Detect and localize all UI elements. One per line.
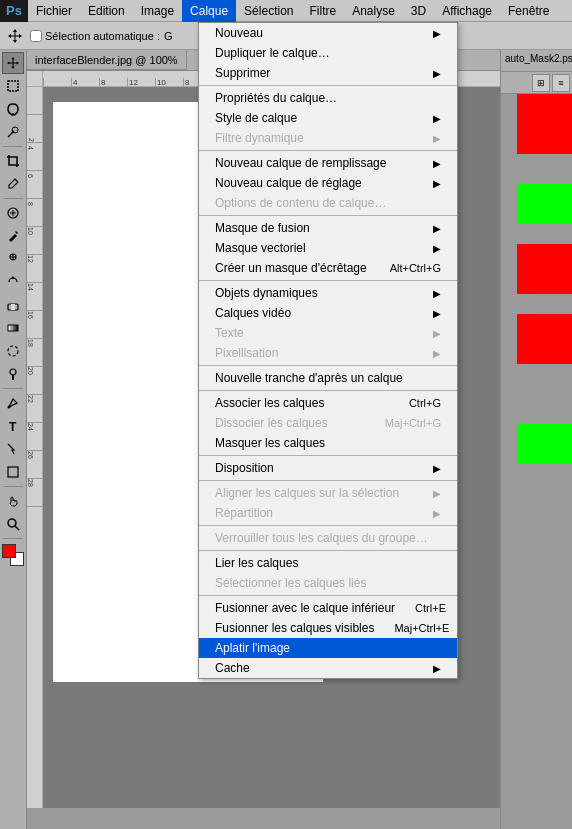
- tool-lasso[interactable]: [2, 98, 24, 120]
- sep-5: [199, 365, 457, 366]
- svg-line-3: [13, 184, 16, 187]
- menu-objets-dyn[interactable]: Objets dynamiques ▶: [199, 283, 457, 303]
- ps-logo: Ps: [0, 0, 28, 22]
- tool-marquee[interactable]: [2, 75, 24, 97]
- svg-rect-13: [8, 325, 18, 331]
- menu-verrouiller: Verrouiller tous les calques du groupe…: [199, 528, 457, 548]
- menu-proprietes[interactable]: Propriétés du calque…: [199, 88, 457, 108]
- tool-magic-wand[interactable]: [2, 121, 24, 143]
- canvas-tab-1[interactable]: interfaceBlender.jpg @ 100%: [27, 50, 187, 70]
- menu-associer[interactable]: Associer les calques Ctrl+G: [199, 393, 457, 413]
- panel-icons-row: ⊞ ≡: [501, 72, 572, 94]
- options-bar-g: G: [164, 30, 173, 42]
- menu-supprimer[interactable]: Supprimer ▶: [199, 63, 457, 83]
- tool-divider-4: [3, 486, 23, 487]
- panel-icon-2[interactable]: ≡: [552, 74, 570, 92]
- tool-pen[interactable]: [2, 392, 24, 414]
- tool-divider-2: [3, 198, 23, 199]
- toolbar: T: [0, 50, 27, 829]
- canvas-tab-2[interactable]: auto_Mask2.psd @ 1: [501, 50, 572, 72]
- menu-fusionner-inferieur[interactable]: Fusionner avec le calque inférieur Ctrl+…: [199, 598, 457, 618]
- svg-rect-19: [8, 467, 18, 477]
- tool-clone[interactable]: [2, 248, 24, 270]
- menu-cache[interactable]: Cache ▶: [199, 658, 457, 678]
- sep-6: [199, 390, 457, 391]
- menu-reglage[interactable]: Nouveau calque de réglage ▶: [199, 173, 457, 193]
- tool-text[interactable]: T: [2, 415, 24, 437]
- tool-gradient[interactable]: [2, 317, 24, 339]
- tool-crop[interactable]: [2, 150, 24, 172]
- foreground-color[interactable]: [2, 544, 16, 558]
- menu-masquer-calques[interactable]: Masquer les calques: [199, 433, 457, 453]
- menu-dupliquer[interactable]: Dupliquer le calque…: [199, 43, 457, 63]
- menu-remplissage[interactable]: Nouveau calque de remplissage ▶: [199, 153, 457, 173]
- menu-edition[interactable]: Edition: [80, 0, 133, 22]
- svg-point-2: [12, 127, 18, 133]
- menu-style[interactable]: Style de calque ▶: [199, 108, 457, 128]
- tool-dodge[interactable]: [2, 363, 24, 385]
- menubar: Ps Fichier Edition Image Calque Sélectio…: [0, 0, 572, 22]
- menu-filtre[interactable]: Filtre: [301, 0, 344, 22]
- menu-filtre-dyn: Filtre dynamique ▶: [199, 128, 457, 148]
- sep-9: [199, 525, 457, 526]
- svg-rect-12: [11, 304, 15, 310]
- menu-affichage[interactable]: Affichage: [434, 0, 500, 22]
- right-panels: auto_Mask2.psd @ 1 ⊞ ≡: [500, 50, 572, 829]
- menu-selectionner-lies: Sélectionner les calques liés: [199, 573, 457, 593]
- panel-icon-1[interactable]: ⊞: [532, 74, 550, 92]
- sep-10: [199, 550, 457, 551]
- menu-pixellisation: Pixellisation ▶: [199, 343, 457, 363]
- sep-4: [199, 280, 457, 281]
- menu-fusionner-visibles[interactable]: Fusionner les calques visibles Maj+Ctrl+…: [199, 618, 457, 638]
- menu-masque-vectoriel[interactable]: Masque vectoriel ▶: [199, 238, 457, 258]
- tool-path-select[interactable]: [2, 438, 24, 460]
- menu-aligner: Aligner les calques sur la sélection ▶: [199, 483, 457, 503]
- sep-11: [199, 595, 457, 596]
- tool-hand[interactable]: [2, 490, 24, 512]
- auto-select-label: Sélection automatique :: [30, 30, 160, 42]
- tool-brush[interactable]: [2, 225, 24, 247]
- menu-calque[interactable]: Calque: [182, 0, 236, 22]
- menu-selection[interactable]: Sélection: [236, 0, 301, 22]
- menu-options-contenu: Options de contenu de calque…: [199, 193, 457, 213]
- svg-point-17: [8, 406, 11, 409]
- tool-healing[interactable]: [2, 202, 24, 224]
- menu-fichier[interactable]: Fichier: [28, 0, 80, 22]
- tool-history-brush[interactable]: [2, 271, 24, 293]
- menu-lier[interactable]: Lier les calques: [199, 553, 457, 573]
- svg-point-15: [10, 369, 16, 375]
- menu-3d[interactable]: 3D: [403, 0, 434, 22]
- tool-shape[interactable]: [2, 461, 24, 483]
- menu-nouveau[interactable]: Nouveau ▶: [199, 23, 457, 43]
- svg-line-21: [15, 526, 19, 530]
- tool-blur[interactable]: [2, 340, 24, 362]
- green-block-1: [517, 184, 572, 224]
- tool-move[interactable]: [2, 52, 24, 74]
- svg-marker-10: [11, 276, 15, 279]
- sep-1: [199, 85, 457, 86]
- tool-zoom[interactable]: [2, 513, 24, 535]
- move-tool-icon[interactable]: [4, 25, 26, 47]
- tool-eraser[interactable]: [2, 294, 24, 316]
- menu-texte: Texte ▶: [199, 323, 457, 343]
- menu-analyse[interactable]: Analyse: [344, 0, 403, 22]
- menu-creer-masque[interactable]: Créer un masque d'écrêtage Alt+Ctrl+G: [199, 258, 457, 278]
- tool-eyedropper[interactable]: [2, 173, 24, 195]
- menu-nouvelle-tranche[interactable]: Nouvelle tranche d'après un calque: [199, 368, 457, 388]
- menu-disposition[interactable]: Disposition ▶: [199, 458, 457, 478]
- menu-calques-video[interactable]: Calques vidéo ▶: [199, 303, 457, 323]
- menu-image[interactable]: Image: [133, 0, 182, 22]
- svg-point-20: [8, 519, 16, 527]
- menu-dissocier: Dissocier les calques Maj+Ctrl+G: [199, 413, 457, 433]
- sep-7: [199, 455, 457, 456]
- svg-text:T: T: [9, 420, 17, 433]
- tool-divider-5: [3, 538, 23, 539]
- green-block-2: [517, 424, 572, 464]
- svg-point-14: [8, 346, 18, 356]
- color-swatches[interactable]: [2, 544, 24, 566]
- menu-fenetre[interactable]: Fenêtre: [500, 0, 557, 22]
- menu-aplatir[interactable]: Aplatir l'image: [199, 638, 457, 658]
- sep-2: [199, 150, 457, 151]
- auto-select-checkbox[interactable]: [30, 30, 42, 42]
- menu-masque-fusion[interactable]: Masque de fusion ▶: [199, 218, 457, 238]
